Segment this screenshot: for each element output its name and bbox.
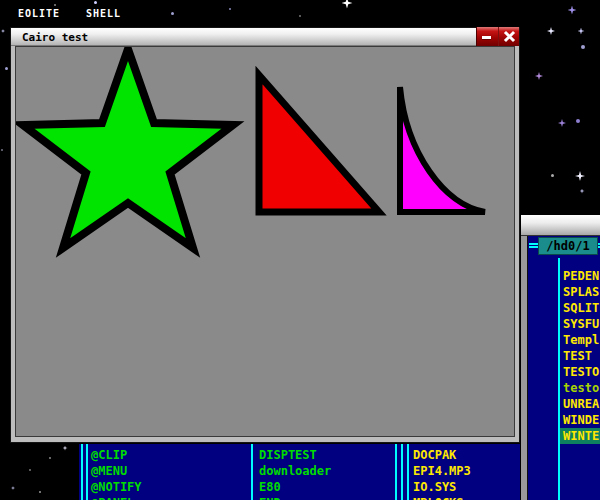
file-item[interactable]: @PANEL <box>91 495 142 500</box>
file-item[interactable]: PEDEN <box>560 268 600 284</box>
triangle-shape <box>259 75 379 212</box>
file-item[interactable]: MBLOCKS <box>413 495 471 500</box>
file-item[interactable]: SQLIT <box>560 300 600 316</box>
curve-shape <box>400 87 485 212</box>
star <box>575 171 585 181</box>
file-item[interactable]: TEST <box>560 348 600 364</box>
file-item[interactable]: E80 <box>259 479 331 495</box>
star <box>551 174 554 177</box>
divider <box>529 243 538 248</box>
file-item[interactable]: testo <box>560 380 600 396</box>
file-item[interactable]: WINDE <box>560 412 600 428</box>
star <box>580 189 585 194</box>
file-item[interactable]: @MENU <box>91 463 142 479</box>
divider <box>81 444 83 500</box>
window-controls <box>476 27 519 46</box>
file-item[interactable]: @NOTIFY <box>91 479 142 495</box>
desktop: EOLITE SHELL Cairo test / <box>0 0 600 500</box>
file-item[interactable]: EPI4.MP3 <box>413 463 471 479</box>
close-button[interactable] <box>498 27 520 46</box>
file-panel-frame <box>521 236 528 500</box>
canvas-area <box>15 46 515 437</box>
divider <box>401 444 403 500</box>
star-shape <box>23 49 233 248</box>
taskbar: EOLITE SHELL <box>0 0 600 26</box>
divider <box>251 444 253 500</box>
file-item[interactable]: UNREA <box>560 396 600 412</box>
star <box>578 28 585 35</box>
path-tab[interactable]: /hd0/1 <box>538 237 598 255</box>
star <box>29 469 31 471</box>
taskbar-item-shell[interactable]: SHELL <box>86 8 121 19</box>
file-item[interactable]: SYSFU <box>560 316 600 332</box>
divider <box>407 444 409 500</box>
cairo-test-window: Cairo test <box>10 27 520 443</box>
file-item[interactable]: SPLAS <box>560 284 600 300</box>
star <box>1 149 3 151</box>
file-item[interactable]: downloader <box>259 463 331 479</box>
file-list: PEDEN SPLAS SQLIT SYSFU Templ TEST TESTO… <box>560 268 600 444</box>
file-panel-window: /hd0/1 PEDEN SPLAS SQLIT SYSFU Templ TES… <box>520 215 600 500</box>
star <box>581 45 585 49</box>
file-list-window: @CLIP @MENU @NOTIFY @PANEL DISPTEST down… <box>78 443 520 500</box>
star <box>558 119 566 127</box>
file-item[interactable]: DISPTEST <box>259 447 331 463</box>
file-item[interactable]: END <box>259 495 331 500</box>
minimize-button[interactable] <box>477 27 498 46</box>
star <box>11 486 15 490</box>
minimize-icon <box>482 36 491 39</box>
star <box>63 446 68 451</box>
file-item[interactable]: IO.SYS <box>413 479 471 495</box>
file-item[interactable]: TESTO <box>560 364 600 380</box>
star <box>5 67 8 70</box>
star <box>535 72 543 80</box>
file-column: @CLIP @MENU @NOTIFY @PANEL <box>91 447 142 500</box>
file-item[interactable]: @CLIP <box>91 447 142 463</box>
star <box>576 119 580 123</box>
file-item[interactable]: Templ <box>560 332 600 348</box>
window-title: Cairo test <box>22 31 88 44</box>
star <box>1 29 5 33</box>
close-icon <box>503 30 516 43</box>
file-column: DOCPAK EPI4.MP3 IO.SYS MBLOCKS <box>413 447 471 500</box>
file-item[interactable]: DOCPAK <box>413 447 471 463</box>
star <box>49 457 51 459</box>
star <box>39 491 41 493</box>
file-column: DISPTEST downloader E80 END <box>259 447 331 500</box>
star <box>547 27 555 35</box>
divider <box>86 444 88 500</box>
file-item-selected[interactable]: WINTE <box>560 428 600 444</box>
taskbar-item-eolite[interactable]: EOLITE <box>18 8 60 19</box>
file-panel-titlebar[interactable] <box>521 215 600 236</box>
divider <box>395 444 397 500</box>
titlebar[interactable]: Cairo test <box>11 28 519 46</box>
